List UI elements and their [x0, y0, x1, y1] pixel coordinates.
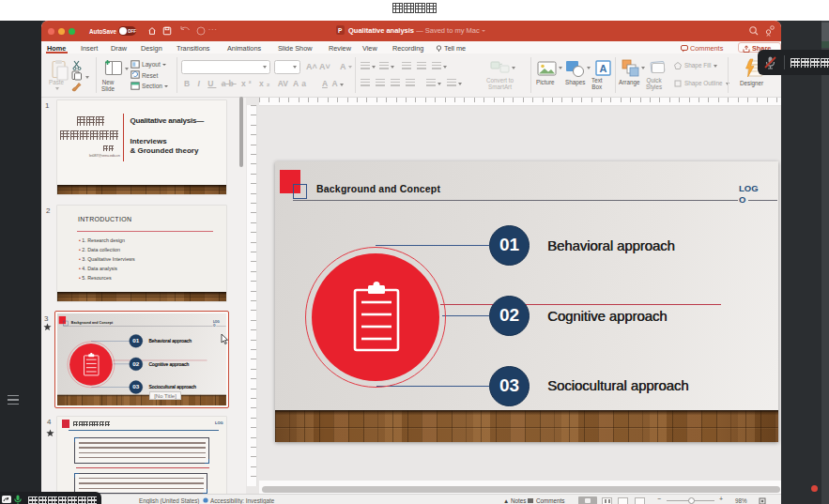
svg-text:A: A [600, 62, 607, 73]
